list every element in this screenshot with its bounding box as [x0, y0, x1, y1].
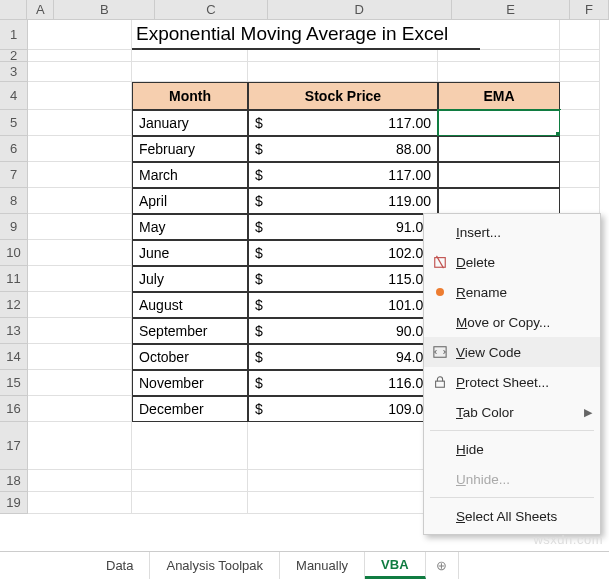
cell-price[interactable]: $119.00: [248, 188, 438, 214]
cell-A9[interactable]: [28, 214, 132, 240]
menu-item-hide[interactable]: Hide: [424, 434, 600, 464]
cell-C2[interactable]: [248, 50, 438, 62]
cell-C19[interactable]: [248, 492, 438, 514]
cell-A12[interactable]: [28, 292, 132, 318]
cell-A19[interactable]: [28, 492, 132, 514]
cell-month[interactable]: October: [132, 344, 248, 370]
cell-A13[interactable]: [28, 318, 132, 344]
cell-month[interactable]: July: [132, 266, 248, 292]
col-header-E[interactable]: E: [452, 0, 570, 20]
row-header-8[interactable]: 8: [0, 188, 28, 214]
cell-B18[interactable]: [132, 470, 248, 492]
cell-D3[interactable]: [438, 62, 560, 82]
col-header-F[interactable]: F: [570, 0, 609, 20]
cell-C3[interactable]: [248, 62, 438, 82]
cell-price[interactable]: $91.00: [248, 214, 438, 240]
row-header-10[interactable]: 10: [0, 240, 28, 266]
menu-item-move-or-copy[interactable]: Move or Copy...: [424, 307, 600, 337]
cell-month[interactable]: April: [132, 188, 248, 214]
cell-B17[interactable]: [132, 422, 248, 470]
cell-E1[interactable]: [480, 20, 560, 50]
select-all-corner[interactable]: [0, 0, 27, 20]
cell-price[interactable]: $115.00: [248, 266, 438, 292]
cell-A2[interactable]: [28, 50, 132, 62]
cell-month[interactable]: January: [132, 110, 248, 136]
cell-ema[interactable]: [438, 136, 560, 162]
cell-B2[interactable]: [132, 50, 248, 62]
cell-price[interactable]: $101.00: [248, 292, 438, 318]
cell-A5[interactable]: [28, 110, 132, 136]
col-header-C[interactable]: C: [155, 0, 267, 20]
cell-E6[interactable]: [560, 136, 600, 162]
sheet-tab-vba[interactable]: VBA: [365, 552, 425, 579]
row-header-4[interactable]: 4: [0, 82, 28, 110]
cell-month[interactable]: March: [132, 162, 248, 188]
context-menu[interactable]: Insert...DeleteRenameMove or Copy...View…: [423, 213, 601, 535]
cell-A18[interactable]: [28, 470, 132, 492]
row-header-14[interactable]: 14: [0, 344, 28, 370]
cell-A7[interactable]: [28, 162, 132, 188]
row-header-13[interactable]: 13: [0, 318, 28, 344]
menu-item-select-all-sheets[interactable]: Select All Sheets: [424, 501, 600, 531]
sheet-tab-manually[interactable]: Manually: [280, 552, 365, 579]
cell-C17[interactable]: [248, 422, 438, 470]
row-header-5[interactable]: 5: [0, 110, 28, 136]
menu-item-view-code[interactable]: View Code: [424, 337, 600, 367]
row-header-15[interactable]: 15: [0, 370, 28, 396]
row-header-7[interactable]: 7: [0, 162, 28, 188]
cell-price[interactable]: $102.00: [248, 240, 438, 266]
row-header-9[interactable]: 9: [0, 214, 28, 240]
sheet-tab-data[interactable]: Data: [90, 552, 150, 579]
menu-item-rename[interactable]: Rename: [424, 277, 600, 307]
col-header-A[interactable]: A: [27, 0, 54, 20]
cell-month[interactable]: September: [132, 318, 248, 344]
cell-price[interactable]: $116.00: [248, 370, 438, 396]
cell-price[interactable]: $94.00: [248, 344, 438, 370]
cell-ema[interactable]: [438, 110, 560, 136]
cell-A1[interactable]: [28, 20, 132, 50]
cell-A6[interactable]: [28, 136, 132, 162]
sheet-tab-analysis-toolpak[interactable]: Analysis Toolpak: [150, 552, 280, 579]
cell-month[interactable]: August: [132, 292, 248, 318]
cell-A14[interactable]: [28, 344, 132, 370]
cell-ema[interactable]: [438, 162, 560, 188]
col-header-D[interactable]: D: [268, 0, 452, 20]
row-header-18[interactable]: 18: [0, 470, 28, 492]
row-header-17[interactable]: 17: [0, 422, 28, 470]
row-header-11[interactable]: 11: [0, 266, 28, 292]
menu-item-protect-sheet[interactable]: Protect Sheet...: [424, 367, 600, 397]
menu-item-delete[interactable]: Delete: [424, 247, 600, 277]
cell-C18[interactable]: [248, 470, 438, 492]
cell-price[interactable]: $90.00: [248, 318, 438, 344]
cell-B3[interactable]: [132, 62, 248, 82]
cell-A3[interactable]: [28, 62, 132, 82]
cell-ema[interactable]: [438, 188, 560, 214]
cell-A15[interactable]: [28, 370, 132, 396]
cell-E8[interactable]: [560, 188, 600, 214]
row-header-19[interactable]: 19: [0, 492, 28, 514]
cell-price[interactable]: $88.00: [248, 136, 438, 162]
cell-D2[interactable]: [438, 50, 560, 62]
cell-E5[interactable]: [560, 110, 600, 136]
cell-price[interactable]: $117.00: [248, 110, 438, 136]
col-header-B[interactable]: B: [54, 0, 155, 20]
cell-month[interactable]: June: [132, 240, 248, 266]
cell-A11[interactable]: [28, 266, 132, 292]
new-sheet-button[interactable]: ⊕: [426, 552, 459, 579]
cell-A8[interactable]: [28, 188, 132, 214]
cell-month[interactable]: May: [132, 214, 248, 240]
cell-E4[interactable]: [560, 82, 600, 110]
cell-month[interactable]: February: [132, 136, 248, 162]
cell-A16[interactable]: [28, 396, 132, 422]
row-header-6[interactable]: 6: [0, 136, 28, 162]
cell-E3[interactable]: [560, 62, 600, 82]
cell-E2[interactable]: [560, 50, 600, 62]
cell-A10[interactable]: [28, 240, 132, 266]
cell-price[interactable]: $117.00: [248, 162, 438, 188]
cell-month[interactable]: November: [132, 370, 248, 396]
cell-price[interactable]: $109.00: [248, 396, 438, 422]
row-header-16[interactable]: 16: [0, 396, 28, 422]
cell-B19[interactable]: [132, 492, 248, 514]
row-header-2[interactable]: 2: [0, 50, 28, 62]
row-header-12[interactable]: 12: [0, 292, 28, 318]
